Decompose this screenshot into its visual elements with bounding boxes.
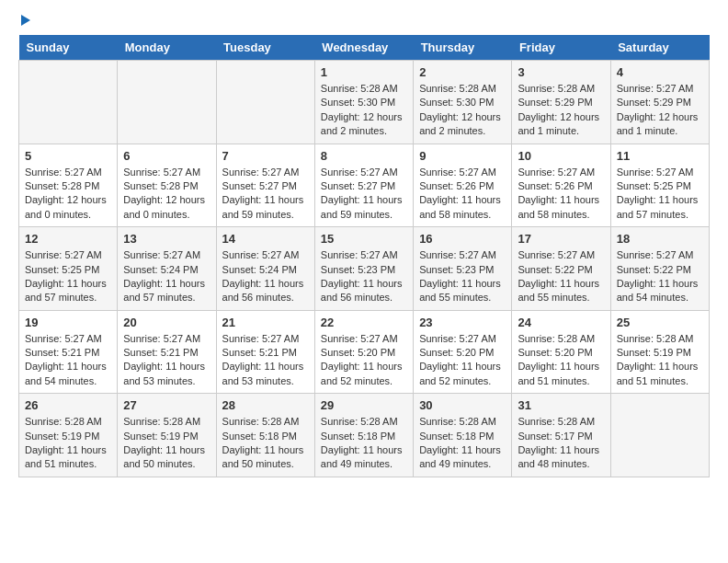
day-info: Sunrise: 5:27 AMSunset: 5:27 PMDaylight:… — [222, 166, 309, 223]
day-info: Sunrise: 5:27 AMSunset: 5:25 PMDaylight:… — [25, 248, 111, 305]
day-info: Sunrise: 5:27 AMSunset: 5:26 PMDaylight:… — [419, 166, 506, 223]
day-number: 18 — [617, 232, 703, 246]
calendar-cell: 5Sunrise: 5:27 AMSunset: 5:28 PMDaylight… — [19, 144, 118, 227]
day-number: 15 — [321, 232, 407, 246]
calendar-cell: 31Sunrise: 5:28 AMSunset: 5:17 PMDayligh… — [512, 394, 610, 477]
calendar-cell: 28Sunrise: 5:28 AMSunset: 5:18 PMDayligh… — [216, 394, 314, 477]
calendar-cell: 18Sunrise: 5:27 AMSunset: 5:22 PMDayligh… — [610, 227, 709, 311]
day-number: 1 — [321, 65, 407, 79]
calendar-cell: 7Sunrise: 5:27 AMSunset: 5:27 PMDaylight… — [216, 144, 314, 227]
calendar-cell: 22Sunrise: 5:27 AMSunset: 5:20 PMDayligh… — [314, 310, 413, 394]
day-number: 3 — [518, 65, 604, 79]
day-number: 17 — [518, 232, 604, 246]
day-number: 28 — [222, 398, 309, 412]
column-header-friday: Friday — [512, 35, 610, 61]
day-info: Sunrise: 5:27 AMSunset: 5:21 PMDaylight:… — [222, 332, 309, 389]
day-info: Sunrise: 5:28 AMSunset: 5:30 PMDaylight:… — [321, 82, 407, 139]
logo — [18, 18, 30, 26]
calendar-cell: 3Sunrise: 5:28 AMSunset: 5:29 PMDaylight… — [512, 61, 610, 144]
column-header-thursday: Thursday — [414, 35, 512, 61]
calendar-cell: 8Sunrise: 5:27 AMSunset: 5:27 PMDaylight… — [314, 144, 413, 227]
day-info: Sunrise: 5:27 AMSunset: 5:29 PMDaylight:… — [617, 82, 703, 139]
calendar-cell: 25Sunrise: 5:28 AMSunset: 5:19 PMDayligh… — [610, 310, 709, 394]
day-number: 8 — [321, 149, 407, 163]
calendar-week-row: 12Sunrise: 5:27 AMSunset: 5:25 PMDayligh… — [19, 227, 710, 311]
day-number: 26 — [25, 398, 111, 412]
calendar-cell: 17Sunrise: 5:27 AMSunset: 5:22 PMDayligh… — [512, 227, 610, 311]
day-info: Sunrise: 5:28 AMSunset: 5:18 PMDaylight:… — [222, 415, 309, 472]
calendar-cell: 1Sunrise: 5:28 AMSunset: 5:30 PMDaylight… — [314, 61, 413, 144]
column-header-tuesday: Tuesday — [216, 35, 314, 61]
calendar-cell: 12Sunrise: 5:27 AMSunset: 5:25 PMDayligh… — [19, 227, 118, 311]
calendar-cell: 6Sunrise: 5:27 AMSunset: 5:28 PMDaylight… — [118, 144, 216, 227]
day-number: 21 — [222, 316, 309, 329]
calendar-cell: 19Sunrise: 5:27 AMSunset: 5:21 PMDayligh… — [19, 310, 118, 394]
day-info: Sunrise: 5:27 AMSunset: 5:22 PMDaylight:… — [518, 248, 604, 305]
calendar-cell: 14Sunrise: 5:27 AMSunset: 5:24 PMDayligh… — [216, 227, 314, 311]
day-info: Sunrise: 5:27 AMSunset: 5:20 PMDaylight:… — [321, 332, 407, 389]
day-number: 5 — [25, 149, 111, 163]
day-info: Sunrise: 5:27 AMSunset: 5:28 PMDaylight:… — [25, 166, 111, 223]
day-number: 29 — [321, 398, 407, 412]
day-number: 27 — [123, 398, 210, 412]
calendar-week-row: 26Sunrise: 5:28 AMSunset: 5:19 PMDayligh… — [19, 394, 710, 477]
calendar-cell: 24Sunrise: 5:28 AMSunset: 5:20 PMDayligh… — [512, 310, 610, 394]
calendar-cell: 21Sunrise: 5:27 AMSunset: 5:21 PMDayligh… — [216, 310, 314, 394]
calendar-cell: 29Sunrise: 5:28 AMSunset: 5:18 PMDayligh… — [314, 394, 413, 477]
day-info: Sunrise: 5:27 AMSunset: 5:24 PMDaylight:… — [222, 248, 309, 305]
day-info: Sunrise: 5:28 AMSunset: 5:20 PMDaylight:… — [518, 332, 604, 389]
day-info: Sunrise: 5:27 AMSunset: 5:21 PMDaylight:… — [123, 332, 210, 389]
calendar-cell: 30Sunrise: 5:28 AMSunset: 5:18 PMDayligh… — [414, 394, 512, 477]
calendar-cell: 15Sunrise: 5:27 AMSunset: 5:23 PMDayligh… — [314, 227, 413, 311]
day-info: Sunrise: 5:28 AMSunset: 5:19 PMDaylight:… — [123, 415, 210, 472]
column-header-sunday: Sunday — [19, 35, 118, 61]
day-number: 25 — [617, 316, 703, 329]
day-info: Sunrise: 5:27 AMSunset: 5:25 PMDaylight:… — [617, 166, 703, 223]
calendar-cell: 16Sunrise: 5:27 AMSunset: 5:23 PMDayligh… — [414, 227, 512, 311]
day-info: Sunrise: 5:27 AMSunset: 5:21 PMDaylight:… — [25, 332, 111, 389]
calendar-cell: 11Sunrise: 5:27 AMSunset: 5:25 PMDayligh… — [610, 144, 709, 227]
calendar-cell — [19, 61, 118, 144]
day-info: Sunrise: 5:27 AMSunset: 5:28 PMDaylight:… — [123, 166, 210, 223]
day-info: Sunrise: 5:27 AMSunset: 5:23 PMDaylight:… — [419, 248, 506, 305]
calendar-table: SundayMondayTuesdayWednesdayThursdayFrid… — [18, 35, 710, 477]
logo-arrow-icon — [21, 15, 30, 26]
day-number: 30 — [419, 398, 506, 412]
day-info: Sunrise: 5:28 AMSunset: 5:17 PMDaylight:… — [518, 415, 604, 472]
day-info: Sunrise: 5:27 AMSunset: 5:24 PMDaylight:… — [123, 248, 210, 305]
column-header-monday: Monday — [118, 35, 216, 61]
day-number: 10 — [518, 149, 604, 163]
calendar-cell: 20Sunrise: 5:27 AMSunset: 5:21 PMDayligh… — [118, 310, 216, 394]
calendar-cell: 27Sunrise: 5:28 AMSunset: 5:19 PMDayligh… — [118, 394, 216, 477]
day-number: 16 — [419, 232, 506, 246]
day-number: 9 — [419, 149, 506, 163]
day-number: 24 — [518, 316, 604, 329]
day-info: Sunrise: 5:27 AMSunset: 5:20 PMDaylight:… — [419, 332, 506, 389]
calendar-cell: 13Sunrise: 5:27 AMSunset: 5:24 PMDayligh… — [118, 227, 216, 311]
day-number: 19 — [25, 316, 111, 329]
calendar-week-row: 1Sunrise: 5:28 AMSunset: 5:30 PMDaylight… — [19, 61, 710, 144]
calendar-cell: 2Sunrise: 5:28 AMSunset: 5:30 PMDaylight… — [414, 61, 512, 144]
day-number: 12 — [25, 232, 111, 246]
day-number: 4 — [617, 65, 703, 79]
day-info: Sunrise: 5:27 AMSunset: 5:26 PMDaylight:… — [518, 166, 604, 223]
day-info: Sunrise: 5:28 AMSunset: 5:18 PMDaylight:… — [321, 415, 407, 472]
day-info: Sunrise: 5:27 AMSunset: 5:27 PMDaylight:… — [321, 166, 407, 223]
calendar-cell — [118, 61, 216, 144]
page-header — [18, 18, 710, 26]
day-number: 7 — [222, 149, 309, 163]
day-number: 2 — [419, 65, 506, 79]
calendar-cell — [216, 61, 314, 144]
calendar-cell: 26Sunrise: 5:28 AMSunset: 5:19 PMDayligh… — [19, 394, 118, 477]
day-number: 31 — [518, 398, 604, 412]
day-number: 20 — [123, 316, 210, 329]
column-header-wednesday: Wednesday — [314, 35, 413, 61]
day-info: Sunrise: 5:28 AMSunset: 5:19 PMDaylight:… — [25, 415, 111, 472]
day-info: Sunrise: 5:28 AMSunset: 5:29 PMDaylight:… — [518, 82, 604, 139]
calendar-week-row: 5Sunrise: 5:27 AMSunset: 5:28 PMDaylight… — [19, 144, 710, 227]
day-number: 23 — [419, 316, 506, 329]
day-info: Sunrise: 5:27 AMSunset: 5:23 PMDaylight:… — [321, 248, 407, 305]
day-info: Sunrise: 5:28 AMSunset: 5:18 PMDaylight:… — [419, 415, 506, 472]
day-info: Sunrise: 5:28 AMSunset: 5:19 PMDaylight:… — [617, 332, 703, 389]
day-number: 11 — [617, 149, 703, 163]
